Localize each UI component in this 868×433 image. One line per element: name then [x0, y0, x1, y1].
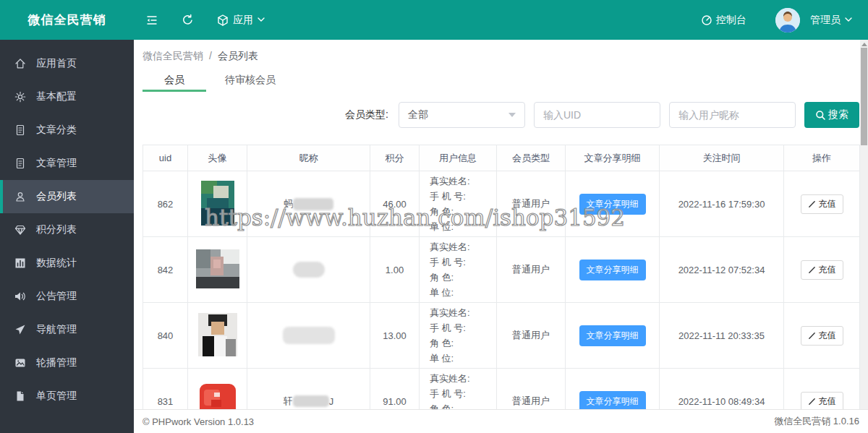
- member-type-cell: 普通用户: [497, 237, 566, 303]
- nickname-blurred: [293, 198, 333, 210]
- userinfo-cell: 真实姓名: 手 机 号: 角 色: 单 位:: [420, 303, 497, 369]
- navigation-icon: [14, 324, 26, 335]
- sidebar-collapse-icon[interactable]: [145, 14, 158, 26]
- document-icon: [14, 158, 26, 169]
- follow-time-cell: 2022-11-11 20:33:35: [660, 303, 784, 369]
- user-menu[interactable]: 管理员: [810, 14, 852, 27]
- table-row: 840 13.00 真实姓名: 手 机 号: 角 色: 单 位: 普通用户 文章…: [143, 303, 860, 369]
- sidebar-item-label: 文章分类: [36, 124, 77, 137]
- refresh-icon[interactable]: [182, 14, 194, 26]
- follow-time-cell: 2022-11-12 07:52:34: [660, 237, 784, 303]
- app-logo: 微信全民营销: [0, 12, 134, 28]
- sidebar-item-carousel[interactable]: 轮播管理: [0, 346, 134, 380]
- avatar-cell: [188, 303, 247, 369]
- member-avatar-image: [196, 249, 239, 288]
- col-avatar: 头像: [188, 145, 247, 171]
- uid-cell: 862: [143, 171, 188, 237]
- footer-version-left: © PHPwork Version 1.0.13: [142, 416, 254, 427]
- sidebar-item-member-list[interactable]: 会员列表: [0, 180, 134, 213]
- footer-version-right: 微信全民营销 1.0.16: [774, 415, 859, 428]
- uid-cell: 842: [143, 237, 188, 303]
- share-detail-button[interactable]: 文章分享明细: [579, 194, 646, 215]
- select-caret-icon: [509, 113, 516, 117]
- tabs: 会员 待审核会员: [142, 70, 859, 92]
- member-type-cell: 普通用户: [497, 171, 566, 237]
- breadcrumb-current: 会员列表: [218, 50, 258, 63]
- sidebar-item-app-home[interactable]: 应用首页: [0, 47, 134, 80]
- home-icon: [14, 58, 26, 69]
- pencil-icon: [808, 266, 816, 274]
- search-button-label: 搜索: [828, 108, 848, 121]
- sidebar-item-navigation[interactable]: 导航管理: [0, 313, 134, 346]
- nickname-blurred: [293, 395, 329, 407]
- app-menu[interactable]: 应用: [217, 14, 265, 27]
- tab-members[interactable]: 会员: [142, 70, 206, 92]
- sidebar-item-label: 文章管理: [36, 157, 77, 170]
- breadcrumb-root[interactable]: 微信全民营销: [142, 50, 203, 63]
- dashboard-icon: [701, 14, 712, 26]
- search-button[interactable]: 搜索: [804, 102, 859, 128]
- recharge-button[interactable]: 充值: [801, 260, 843, 280]
- share-detail-button[interactable]: 文章分享明细: [579, 325, 646, 346]
- filter-bar: 会员类型: 全部 搜索: [142, 102, 859, 128]
- topbar: 微信全民营销 应用 控制台 管理员: [0, 0, 868, 40]
- sidebar-item-label: 轮播管理: [36, 356, 77, 369]
- recharge-button[interactable]: 充值: [801, 392, 843, 411]
- footer: © PHPwork Version 1.0.13 微信全民营销 1.0.16: [134, 409, 868, 433]
- sidebar-item-points-list[interactable]: 积分列表: [0, 213, 134, 246]
- sidebar-item-data-stats[interactable]: 数据统计: [0, 246, 134, 280]
- col-userinfo: 用户信息: [420, 145, 497, 171]
- uid-cell: 840: [143, 303, 188, 369]
- nickname-text: 轩: [284, 395, 293, 406]
- sidebar-item-single-page[interactable]: 单页管理: [0, 380, 134, 413]
- member-type-label: 会员类型:: [345, 108, 388, 121]
- breadcrumb-separator: /: [209, 50, 212, 63]
- user-icon: [14, 191, 26, 202]
- userinfo-line: 角 色:: [430, 270, 496, 285]
- score-cell: 1.00: [370, 237, 420, 303]
- userinfo-line: 单 位:: [430, 219, 496, 234]
- console-link[interactable]: 控制台: [701, 14, 746, 27]
- userinfo-line: 角 色:: [430, 204, 496, 219]
- userinfo-line: 真实姓名:: [430, 173, 496, 189]
- recharge-button[interactable]: 充值: [801, 326, 843, 346]
- sidebar-item-article-category[interactable]: 文章分类: [0, 113, 134, 147]
- member-type-value: 全部: [408, 108, 428, 121]
- nickname-input[interactable]: [669, 102, 796, 128]
- sidebar-item-label: 导航管理: [36, 323, 77, 336]
- recharge-button[interactable]: 充值: [801, 194, 843, 214]
- sidebar-item-announcement[interactable]: 公告管理: [0, 280, 134, 313]
- tab-pending-members[interactable]: 待审核会员: [213, 70, 287, 92]
- share-detail-button[interactable]: 文章分享明细: [579, 260, 646, 280]
- uid-input[interactable]: [534, 102, 660, 128]
- nickname-blurred: [293, 262, 325, 278]
- sidebar-item-article-manage[interactable]: 文章管理: [0, 147, 134, 180]
- sidebar-item-label: 单页管理: [36, 390, 77, 403]
- userinfo-cell: 真实姓名: 手 机 号: 角 色: 单 位:: [420, 237, 497, 303]
- sidebar-item-label: 基本配置: [36, 90, 77, 103]
- image-icon: [14, 357, 26, 369]
- userinfo-line: 单 位:: [430, 285, 496, 300]
- chevron-down-icon: [845, 17, 852, 22]
- user-avatar[interactable]: [775, 8, 800, 33]
- members-table: uid 头像 昵称 积分 用户信息 会员类型 文章分享明细 关注时间 操作 86…: [142, 145, 860, 433]
- sidebar-item-basic-config[interactable]: 基本配置: [0, 80, 134, 113]
- scrollbar-thumb[interactable]: [861, 48, 867, 145]
- app-menu-label: 应用: [233, 14, 253, 27]
- nickname-cell: [247, 237, 370, 303]
- scrollbar-up-arrow-icon[interactable]: [861, 43, 867, 46]
- col-follow-time: 关注时间: [660, 145, 784, 171]
- table-row: 842 1.00 真实姓名: 手 机 号: 角 色: 单 位: 普通用户 文章分…: [143, 237, 860, 303]
- pencil-icon: [808, 200, 816, 208]
- col-actions: 操作: [784, 145, 860, 171]
- sidebar-item-label: 应用首页: [36, 57, 77, 70]
- breadcrumb: 微信全民营销 / 会员列表: [142, 50, 859, 63]
- userinfo-line: 手 机 号:: [430, 254, 496, 270]
- userinfo-line: 角 色:: [430, 335, 496, 351]
- gem-icon: [14, 224, 26, 236]
- member-type-select[interactable]: 全部: [399, 102, 525, 128]
- scrollbar[interactable]: [860, 40, 868, 409]
- sidebar-item-label: 数据统计: [36, 257, 77, 270]
- member-avatar-image: [198, 313, 237, 356]
- speaker-icon: [14, 291, 26, 302]
